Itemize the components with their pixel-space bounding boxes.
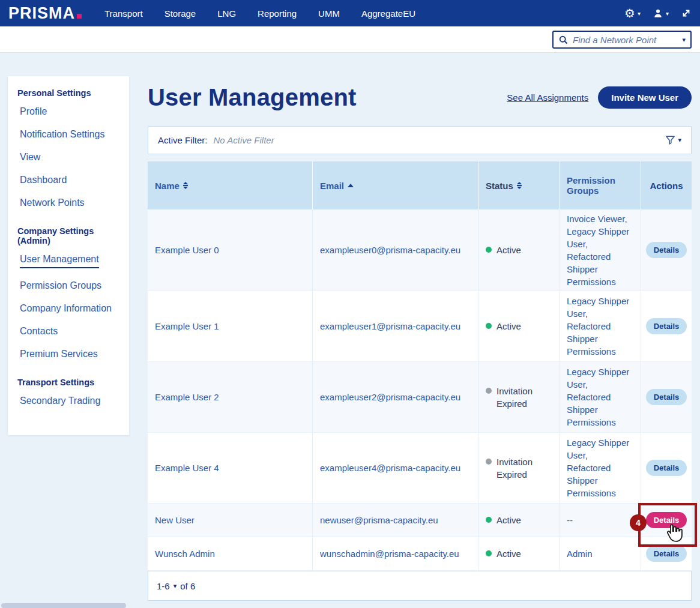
user-status: Active (478, 291, 559, 361)
table-header: Name Email Status Permission Groups Acti… (148, 161, 692, 209)
user-name: Example User 0 (148, 209, 312, 290)
user-status: Active (478, 504, 559, 537)
user-status: Active (478, 209, 559, 290)
status-dot-icon (486, 459, 492, 465)
see-all-assignments-link[interactable]: See All Assignments (507, 92, 588, 103)
user-name: Example User 2 (148, 362, 312, 432)
column-header-name[interactable]: Name (148, 161, 312, 209)
details-button[interactable]: Details (646, 546, 687, 562)
column-header-permission-groups: Permission Groups (559, 161, 641, 209)
nav-item-aggregateeu[interactable]: AggregateEU (361, 8, 415, 19)
prisma-logo-text: PRISMA (8, 4, 75, 23)
search-icon (558, 35, 569, 45)
filter-menu[interactable]: ▾ (665, 134, 681, 146)
user-permission-groups: Admin (559, 537, 641, 570)
prisma-logo-dot-icon (77, 14, 82, 19)
table-row: Wunsch Admin wunschadmin@prisma-capacity… (148, 537, 692, 571)
sidebar-item-notification-settings[interactable]: Notification Settings (17, 123, 122, 146)
user-name: Example User 4 (148, 433, 312, 503)
table-row: Example User 0 exampleuser0@prisma-capac… (148, 209, 692, 291)
details-button[interactable]: Details (646, 460, 687, 476)
search-input[interactable]: Find a Network Point (573, 35, 678, 45)
navbar-right-icons: ⚙ ▾ ▾ (624, 7, 692, 19)
status-text: Active (496, 320, 521, 333)
status-dot-icon (486, 517, 492, 523)
title-actions: See All Assignments Invite New User (507, 86, 692, 109)
sidebar-item-user-management[interactable]: User Management (17, 248, 122, 274)
user-status: Invitation Expired (478, 362, 559, 432)
status-dot-icon (486, 550, 492, 556)
nav-item-transport[interactable]: Transport (104, 8, 143, 19)
sidebar-item-permission-groups[interactable]: Permission Groups (17, 274, 122, 297)
details-button[interactable]: Details (646, 318, 687, 334)
chevron-down-icon[interactable]: ▾ (682, 36, 686, 44)
hand-cursor-icon (663, 522, 684, 544)
sidebar-item-secondary-trading[interactable]: Secondary Trading (17, 390, 122, 412)
user-email: wunschadmin@prisma-capacity.eu (312, 537, 478, 570)
sidebar-section-personal: Personal Settings Profile Notification S… (17, 85, 122, 214)
sidebar-item-user-management-label: User Management (20, 254, 99, 268)
pagination-range: 1-6 (157, 581, 170, 591)
settings-sidebar: Personal Settings Profile Notification S… (8, 76, 129, 435)
column-header-email[interactable]: Email (312, 161, 478, 209)
nav-item-lng[interactable]: LNG (217, 8, 236, 19)
actions-cell: Details (641, 433, 692, 503)
gear-icon: ⚙ (624, 7, 635, 19)
filter-funnel-icon (665, 134, 676, 146)
user-email: exampleuser2@prisma-capacity.eu (312, 362, 478, 432)
prisma-logo[interactable]: PRISMA (8, 4, 82, 23)
details-button[interactable]: Details (646, 389, 687, 405)
users-table: Name Email Status Permission Groups Acti… (148, 161, 692, 601)
user-email: exampleuser4@prisma-capacity.eu (312, 433, 478, 503)
page-size-dropdown[interactable]: ▾ (173, 582, 177, 590)
filter-value: No Active Filter (214, 135, 274, 145)
sidebar-item-company-information[interactable]: Company Information (17, 297, 122, 320)
user-email: exampleuser1@prisma-capacity.eu (312, 291, 478, 361)
user-permission-groups: Legacy Shipper User, Refactored Shipper … (559, 362, 641, 432)
status-dot-icon (486, 247, 492, 253)
sidebar-heading-company-settings: Company Settings (Admin) (17, 223, 122, 248)
user-permission-groups: Legacy Shipper User, Refactored Shipper … (559, 291, 641, 361)
sidebar-item-contacts[interactable]: Contacts (17, 320, 122, 343)
table-row: Example User 4 exampleuser4@prisma-capac… (148, 433, 692, 504)
table-row: Example User 2 exampleuser2@prisma-capac… (148, 362, 692, 433)
annotation-step-badge: 4 (630, 514, 647, 531)
horizontal-scrollbar-thumb[interactable] (1, 603, 126, 608)
expand-icon[interactable] (681, 8, 692, 19)
status-text: Invitation Expired (496, 385, 552, 410)
nav-item-umm[interactable]: UMM (318, 8, 340, 19)
user-name: Example User 1 (148, 291, 312, 361)
sidebar-heading-personal-settings: Personal Settings (17, 85, 122, 100)
sort-ascending-icon (348, 184, 354, 187)
user-email: newuser@prisma-capacity.eu (312, 504, 478, 537)
nav-item-reporting[interactable]: Reporting (258, 8, 297, 19)
sidebar-item-network-points[interactable]: Network Points (17, 191, 122, 214)
invite-new-user-button[interactable]: Invite New User (598, 86, 692, 109)
sidebar-section-transport: Transport Settings Secondary Trading (17, 374, 122, 412)
actions-cell: Details (641, 362, 692, 432)
column-label: Email (320, 181, 344, 191)
status-text: Active (496, 244, 521, 256)
sidebar-item-dashboard[interactable]: Dashboard (17, 169, 122, 191)
column-label: Status (486, 181, 513, 191)
network-point-search[interactable]: Find a Network Point ▾ (552, 31, 692, 49)
user-name: New User (148, 504, 312, 537)
settings-menu[interactable]: ⚙ ▾ (624, 7, 641, 19)
pagination-bar: 1-6 ▾ of 6 (148, 571, 692, 601)
sidebar-item-premium-services[interactable]: Premium Services (17, 343, 122, 366)
user-menu[interactable]: ▾ (653, 8, 669, 19)
details-button[interactable]: Details (646, 242, 687, 258)
column-header-status[interactable]: Status (478, 161, 559, 209)
filter-label: Active Filter: (158, 135, 208, 145)
sidebar-item-profile[interactable]: Profile (17, 100, 122, 123)
active-filter-bar: Active Filter: No Active Filter ▾ (148, 126, 692, 154)
status-dot-icon (486, 323, 492, 329)
sidebar-item-view[interactable]: View (17, 146, 122, 169)
user-permission-groups: Invoice Viewer, Legacy Shipper User, Ref… (559, 209, 641, 290)
main-content: User Management See All Assignments Invi… (148, 78, 692, 601)
user-email: exampleuser0@prisma-capacity.eu (312, 209, 478, 290)
actions-cell: Details (641, 209, 692, 290)
sidebar-section-company: Company Settings (Admin) User Management… (17, 223, 122, 366)
title-row: User Management See All Assignments Invi… (148, 78, 692, 116)
nav-item-storage[interactable]: Storage (164, 8, 196, 19)
